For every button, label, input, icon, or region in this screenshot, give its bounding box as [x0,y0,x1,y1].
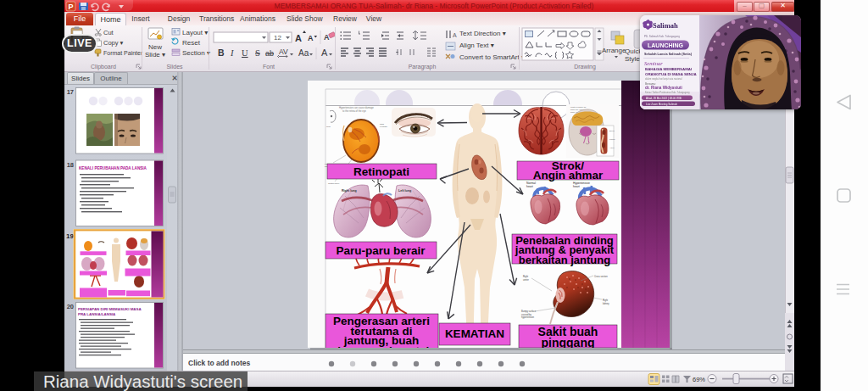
svg-text:U: U [242,48,248,58]
svg-text:ab: ab [265,49,274,58]
svg-text:ORANGTUA DI MASA SENJA: ORANGTUA DI MASA SENJA [645,72,697,76]
svg-text:Right: Right [603,299,608,302]
svg-text:dr. Riana Widyastuti: dr. Riana Widyastuti [645,86,682,90]
svg-text:P: P [68,3,73,11]
svg-text:69%: 69% [693,376,705,383]
svg-text:PRA LANSIA/LANSIA: PRA LANSIA/LANSIA [78,312,116,316]
svg-text:Cotton wool: Cotton wool [328,182,340,185]
svg-text:PD. Salimah Kab. Tulungagung: PD. Salimah Kab. Tulungagung [644,35,680,38]
svg-text:A: A [295,33,302,43]
svg-text:Aa: Aa [298,48,309,58]
svg-text:heart: heart [526,185,533,188]
svg-text:Reset: Reset [182,39,201,47]
svg-text:Left lung: Left lung [398,189,411,193]
svg-text:Right lung: Right lung [342,189,357,193]
svg-text:Seminar: Seminar [644,60,663,66]
svg-text:exudate: exudate [380,126,388,128]
svg-text:Paru-paru berair: Paru-paru berair [336,244,426,257]
svg-text:Align Text ▾: Align Text ▾ [459,42,494,49]
svg-text:PERSIAPAN DIRI MEMASUKI MASA: PERSIAPAN DIRI MEMASUKI MASA [78,307,142,311]
svg-text:Ahad, 29 Mei 2022 | 08.00 WIB: Ahad, 29 Mei 2022 | 08.00 WIB [646,97,682,100]
svg-text:KEMATIAN: KEMATIAN [445,327,504,340]
svg-text:AV: AV [279,47,288,56]
svg-text:Angin ahmar: Angin ahmar [533,169,604,182]
svg-text:kidney: kidney [603,302,609,305]
svg-text:heart: heart [573,185,580,188]
svg-text:Text Direction ▾: Text Direction ▾ [459,30,506,37]
svg-text:New: New [148,43,162,51]
svg-text:Convert to SmartArt ▾: Convert to SmartArt ▾ [459,53,525,61]
svg-text:Arrange: Arrange [602,47,626,54]
svg-text:to the retina of the eye: to the retina of the eye [342,109,366,113]
svg-text:hypertension: hypertension [521,316,534,319]
svg-text:Cut: Cut [103,29,114,36]
svg-text:caused by: caused by [521,313,532,316]
svg-text:B: B [218,47,225,58]
svg-text:A: A [453,32,457,38]
svg-text:Bumpy surface: Bumpy surface [521,310,537,313]
svg-text:berkaitan jantung: berkaitan jantung [519,254,610,266]
svg-text:18: 18 [67,161,74,169]
svg-text:Format Painter: Format Painter [103,50,143,56]
svg-text:20: 20 [67,303,74,310]
svg-text:Retinopati: Retinopati [353,165,409,178]
svg-text:ureter: ureter [523,278,529,282]
svg-text:12: 12 [274,34,281,42]
svg-text:A: A [308,34,314,42]
svg-text:A: A [321,47,328,58]
svg-text:Bersama:: Bersama: [645,82,656,86]
svg-text:LAUNCHING: LAUNCHING [648,42,684,48]
svg-text:S: S [255,48,260,58]
svg-text:Section ▾: Section ▾ [182,49,210,57]
svg-text:Plaque: Plaque [609,138,616,140]
svg-text:Most of plaque do: Most of plaque do [570,106,587,108]
svg-text:Mild: Mild [326,126,331,128]
svg-text:Blood: Blood [609,130,615,131]
svg-text:17: 17 [67,88,74,96]
svg-text:Live Zoom Meeting Salimah: Live Zoom Meeting Salimah [646,103,678,106]
svg-text:Cross section: Cross section [594,275,608,278]
svg-text:Artery: Artery [609,147,615,148]
svg-text:Salimah: Salimah [653,21,678,30]
svg-text:pinggang: pinggang [542,336,595,348]
svg-text:Copy ▾: Copy ▾ [103,39,124,47]
svg-text:I: I [230,48,234,58]
svg-text:Ketua / Dokter Puskesmas Kab.: Ketua / Dokter Puskesmas Kab. Tulungagun… [645,91,690,94]
svg-text:dalam rangka hari lanjut usia: dalam rangka hari lanjut usia nasional [645,77,682,81]
svg-text:19: 19 [66,232,74,240]
svg-text:Sekolah Lansia Salimah (Setia): Sekolah Lansia Salimah (Setia) [644,53,693,56]
svg-text:KENALI PERUBAHAN PADA LANSIA: KENALI PERUBAHAN PADA LANSIA [79,166,147,170]
svg-text:Layout ▾: Layout ▾ [182,29,208,36]
svg-text:Slide ▾: Slide ▾ [145,51,165,59]
svg-text:Right: Right [523,275,528,278]
svg-text:BAHAGIA MEMBERSAMAI: BAHAGIA MEMBERSAMAI [645,67,692,71]
